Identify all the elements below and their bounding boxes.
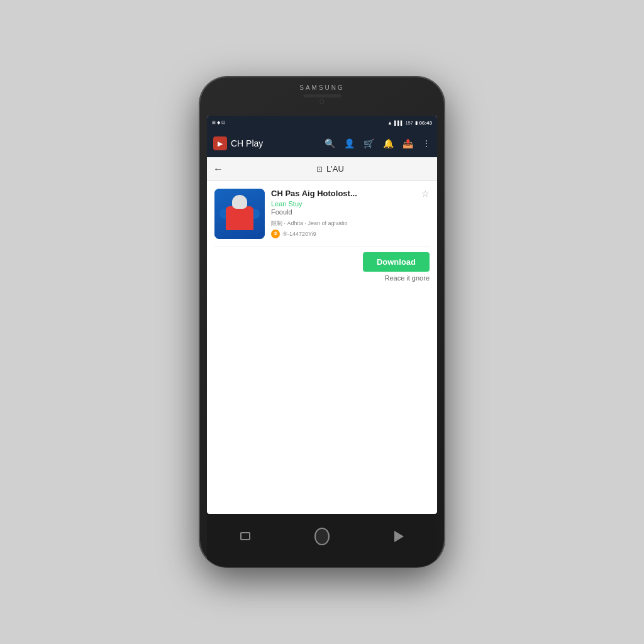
- download-button[interactable]: Download: [363, 252, 430, 272]
- share-icon[interactable]: 📤: [402, 138, 413, 148]
- battery-icon: ▮: [415, 120, 418, 126]
- home-button[interactable]: [314, 530, 330, 543]
- player-helmet: [232, 195, 247, 209]
- player-figure: [214, 189, 265, 239]
- app-thumbnail: [214, 189, 265, 239]
- notification-icon[interactable]: 🔔: [383, 138, 394, 148]
- signal-icon: ▌▌▌: [394, 121, 404, 125]
- home-icon: [314, 528, 330, 545]
- nav-title-text: L'AU: [326, 164, 344, 174]
- app-listing-card: CH Pas Aig Hotolost... ☆ Lean Stuy Fooul…: [214, 189, 430, 247]
- brand-label: SAMSUNG: [299, 84, 345, 91]
- back-nav-button[interactable]: [391, 530, 406, 543]
- search-icon[interactable]: 🔍: [325, 138, 335, 148]
- app-rating-row: ⑤ ⑤-144720Yi9: [271, 230, 430, 238]
- rating-badge: ⑤: [271, 230, 280, 238]
- app-name: CH Pas Aig Hotolost...: [271, 189, 421, 198]
- speaker: [303, 94, 341, 97]
- ignore-link[interactable]: Reace it gnore: [384, 274, 430, 282]
- app-meta: 限制 · Adhita · Jean of agivatio: [271, 219, 430, 228]
- ch-play-logo: ▶: [213, 136, 227, 150]
- rating-text: ⑤-144720Yi9: [282, 231, 316, 237]
- app-bar-left: ▶ CH Play: [213, 136, 263, 150]
- app-toolbar: ▶ CH Play 🔍 👤 🛒 🔔 📤 ⋮: [207, 130, 437, 157]
- front-camera: [320, 99, 325, 104]
- phone-top: SAMSUNG: [299, 82, 345, 104]
- navigation-bar: ← ⊡ L'AU: [207, 157, 437, 181]
- profile-icon[interactable]: 👤: [344, 138, 355, 148]
- battery-percent: 157: [406, 121, 413, 125]
- phone-device: SAMSUNG ⊞ ◆ ⊡ ▲ ▌▌▌ 157 ▮ 06:43: [199, 77, 445, 567]
- notification-icons: ⊞ ◆ ⊡: [212, 120, 225, 125]
- back-nav-icon: [394, 531, 404, 542]
- action-area: Download Reace it gnore: [214, 247, 430, 287]
- phone-body: SAMSUNG ⊞ ◆ ⊡ ▲ ▌▌▌ 157 ▮ 06:43: [199, 77, 445, 567]
- nav-title-area: ⊡ L'AU: [230, 164, 431, 174]
- app-bar-title: CH Play: [231, 138, 263, 148]
- back-button[interactable]: ←: [213, 164, 223, 175]
- app-bar-icons[interactable]: 🔍 👤 🛒 🔔 📤 ⋮: [325, 138, 431, 148]
- status-bar: ⊞ ◆ ⊡ ▲ ▌▌▌ 157 ▮ 06:43: [207, 116, 437, 130]
- recent-apps-icon: [240, 532, 250, 540]
- app-info: CH Pas Aig Hotolost... ☆ Lean Stuy Fooul…: [271, 189, 430, 239]
- more-icon[interactable]: ⋮: [422, 138, 431, 148]
- app-developer: Lean Stuy: [271, 200, 430, 208]
- status-left-icons: ⊞ ◆ ⊡: [212, 120, 225, 125]
- main-content: CH Pas Aig Hotolost... ☆ Lean Stuy Fooul…: [207, 181, 437, 294]
- status-right-info: ▲ ▌▌▌ 157 ▮ 06:43: [387, 120, 432, 126]
- recent-apps-button[interactable]: [238, 530, 253, 543]
- bottom-navigation: [207, 514, 437, 567]
- app-title-row: CH Pas Aig Hotolost... ☆: [271, 189, 430, 199]
- cart-icon[interactable]: 🛒: [364, 138, 374, 148]
- wifi-icon: ▲: [387, 120, 392, 126]
- screen: ⊞ ◆ ⊡ ▲ ▌▌▌ 157 ▮ 06:43 ▶ CH Play 🔍: [207, 116, 437, 514]
- time-display: 06:43: [419, 120, 432, 126]
- player-body: [226, 206, 253, 230]
- wishlist-star-icon[interactable]: ☆: [421, 189, 430, 199]
- nav-title-icon: ⊡: [316, 165, 323, 174]
- app-category: Foould: [271, 208, 430, 216]
